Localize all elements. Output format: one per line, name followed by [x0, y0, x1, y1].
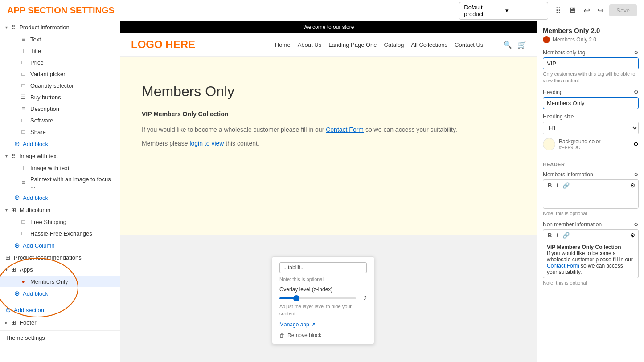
product-rec-icon: ⊞ [5, 254, 10, 261]
save-button[interactable]: Save [609, 4, 637, 16]
slider-value: 2 [360, 295, 367, 301]
tag-settings-icon[interactable]: ⚙ [634, 49, 639, 56]
sidebar-item-share-label: Share [30, 129, 46, 135]
heading-size-label: Heading size [543, 114, 639, 120]
chevron-down-icon-4: ▾ [5, 267, 8, 272]
nav-home[interactable]: Home [275, 41, 291, 48]
login-to-view-link[interactable]: login to view [189, 140, 224, 147]
product-select-dropdown[interactable]: Default product ▾ [459, 2, 548, 20]
sidebar-item-description[interactable]: ≡ Description [0, 103, 120, 114]
sidebar-item-quantity-selector[interactable]: □ Quantity selector [0, 80, 120, 91]
bg-color-row: Background color #FFF9DC ⚙ [543, 138, 639, 150]
non-member-toolbar-settings[interactable]: ⚙ [630, 232, 636, 239]
manage-app-link[interactable]: Manage app ↗ [279, 321, 367, 328]
add-block-btn-1[interactable]: ⊕ Add block [0, 138, 120, 150]
sidebar-item-share[interactable]: □ Share [0, 126, 120, 138]
bold-btn-1[interactable]: B [546, 181, 554, 190]
nav-catalog[interactable]: Catalog [384, 41, 404, 48]
multicolumn-section[interactable]: ▾ ⊞ Multicolumn [0, 204, 120, 216]
add-column-btn[interactable]: ⊕ Add Column [0, 239, 120, 252]
heading-size-select[interactable]: H1 H2 H3 H4 [543, 122, 639, 134]
plus-icon-3: ⊕ [14, 241, 20, 249]
right-panel-title: Members Only 2.0 [543, 27, 639, 34]
slider-track [279, 297, 356, 299]
add-block-btn-3[interactable]: ⊕ Add block [0, 287, 120, 300]
add-block-btn-2[interactable]: ⊕ Add block [0, 191, 120, 204]
nav-about[interactable]: About Us [298, 41, 321, 48]
sidebar-item-quantity-selector-label: Quantity selector [30, 82, 74, 89]
search-icon[interactable]: 🔍 [503, 41, 512, 49]
product-information-section[interactable]: ▾ ⠿ Product information [0, 21, 120, 33]
members-body1-text: If you would like to become a wholesale … [142, 126, 324, 133]
software-icon: □ [20, 117, 27, 124]
sidebar-item-buy-buttons[interactable]: ☰ Buy buttons [0, 91, 120, 103]
grid-icon-btn[interactable]: ⠿ [554, 4, 563, 17]
slider-row: 2 [279, 295, 367, 301]
heading-input[interactable] [543, 97, 639, 109]
overlay-field-input[interactable] [279, 262, 367, 273]
sidebar-item-text[interactable]: ≡ Text [0, 33, 120, 45]
contact-form-link[interactable]: Contact Form [326, 126, 364, 133]
italic-btn-2[interactable]: I [554, 231, 560, 240]
members-info-settings-icon[interactable]: ⚙ [634, 171, 639, 178]
sidebar-item-price-label: Price [30, 59, 44, 66]
members-only-tag-input[interactable] [543, 57, 639, 69]
nav-all-collections[interactable]: All Collections [411, 41, 447, 48]
theme-settings-link[interactable]: Theme settings [0, 330, 120, 345]
remove-block-btn[interactable]: 🗑 Remove block [279, 332, 367, 338]
sidebar-item-hassle-free[interactable]: □ Hassle-Free Exchanges [0, 228, 120, 239]
image-with-text-section[interactable]: ▾ ⠿ Image with text [0, 150, 120, 162]
non-member-editor[interactable]: VIP Members Only Collection If you would… [543, 241, 639, 278]
members-login-text: Members please login to view this conten… [142, 140, 516, 147]
product-recommendations-section[interactable]: ⊞ Product recommendations [0, 252, 120, 264]
title-icon: T [20, 47, 27, 54]
sidebar-item-image-with-text[interactable]: T Image with text [0, 162, 120, 174]
sidebar-item-title[interactable]: T Title [0, 45, 120, 57]
overlay-note: Note: this is optional [279, 277, 367, 282]
heading-settings-icon[interactable]: ⚙ [634, 89, 639, 95]
sidebar-item-free-shipping[interactable]: □ Free Shipping [0, 216, 120, 228]
link-btn-1[interactable]: 🔗 [561, 181, 571, 190]
non-member-body: If you would like to become a wholesale … [547, 250, 635, 275]
sidebar-item-members-only[interactable]: ● Members Only [0, 276, 120, 287]
external-link-icon: ↗ [311, 321, 316, 328]
add-block-3-label: Add block [23, 290, 48, 297]
non-member-settings-icon[interactable]: ⚙ [634, 221, 639, 228]
members-info-toolbar-settings[interactable]: ⚙ [630, 182, 636, 189]
image-with-text-label: Image with text [19, 153, 58, 159]
sidebar-item-pair-text[interactable]: ≡ Pair text with an image to focus ... [0, 174, 120, 191]
cart-icon[interactable]: 🛒 [517, 41, 526, 49]
heading-label: Heading ⚙ [543, 89, 639, 95]
desktop-icon-btn[interactable]: 🖥 [566, 4, 578, 17]
sidebar-item-software[interactable]: □ Software [0, 114, 120, 126]
product-information-label: Product information [19, 24, 70, 31]
bg-color-swatch[interactable] [543, 138, 555, 150]
link-btn-2[interactable]: 🔗 [561, 231, 571, 240]
bg-color-settings-icon[interactable]: ⚙ [633, 141, 639, 147]
add-section-btn[interactable]: ⊕ Add section [0, 303, 120, 317]
sidebar-item-variant-picker[interactable]: □ Variant picker [0, 68, 120, 80]
apps-section[interactable]: ▾ ⊞ Apps [0, 264, 120, 276]
overlay-level-label: Overlay level (z-index) [279, 286, 367, 293]
nav-landing[interactable]: Landing Page One [328, 41, 377, 48]
canvas-wrapper: Welcome to our store LOGO HERE Home Abou… [120, 21, 537, 362]
members-info-editor[interactable] [543, 191, 639, 209]
undo-btn[interactable]: ↩ [582, 4, 592, 17]
image-with-text-icon: T [20, 164, 27, 171]
store-nav-links: Home About Us Landing Page One Catalog A… [255, 41, 503, 48]
sidebar-item-image-with-text-label: Image with text [30, 165, 69, 171]
italic-btn-1[interactable]: I [554, 181, 560, 190]
redo-btn[interactable]: ↪ [595, 4, 606, 17]
top-bar: APP SECTION SETTINGS Default product ▾ ⠿… [0, 0, 644, 21]
sidebar-item-hassle-free-label: Hassle-Free Exchanges [30, 230, 92, 237]
free-shipping-icon: □ [20, 218, 27, 225]
footer-section[interactable]: ▸ ⊞ Footer [0, 317, 120, 329]
sidebar-item-price[interactable]: □ Price [0, 57, 120, 68]
non-member-contact-link[interactable]: Contact Form [547, 263, 579, 269]
slider-thumb[interactable] [293, 295, 299, 301]
product-select-value: Default product [464, 4, 502, 17]
bold-btn-2[interactable]: B [546, 231, 554, 240]
nav-contact[interactable]: Contact Us [455, 41, 483, 48]
chevron-down-icon-2: ▾ [5, 154, 8, 159]
multicolumn-icon: ⊞ [11, 207, 16, 213]
